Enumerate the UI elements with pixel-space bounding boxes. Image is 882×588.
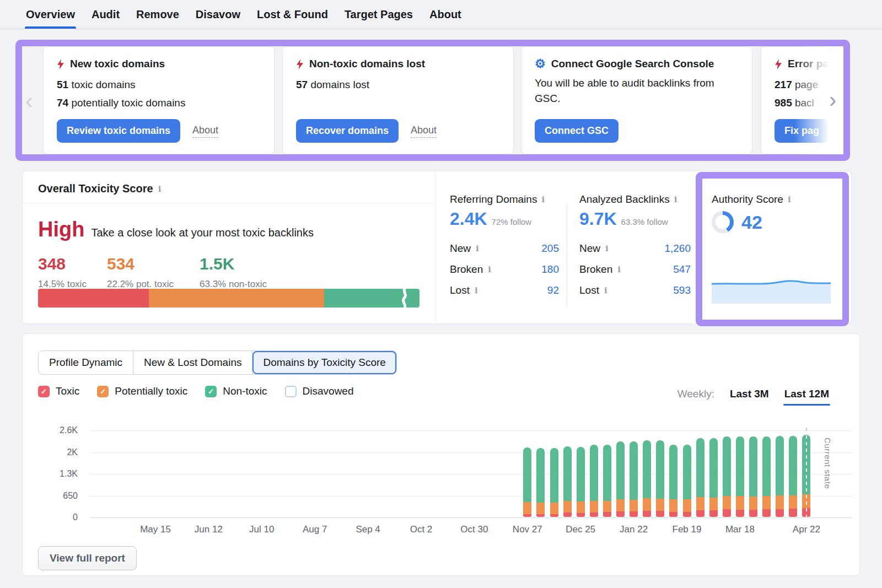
info-icon[interactable]: i [604,285,607,295]
stat-value-link[interactable]: 92 [547,284,559,296]
chart-bar[interactable] [723,436,731,517]
stat-value-link[interactable]: 547 [673,263,691,276]
card-title: Non-toxic domains lost [309,58,425,70]
card-title: New toxic domains [70,58,165,70]
x-axis-label: Aug 7 [303,524,327,535]
chart-bar[interactable] [643,440,651,517]
stat-value-link[interactable]: 205 [541,242,559,255]
info-icon[interactable]: i [541,195,545,204]
x-axis-label: Jan 22 [620,524,648,535]
authority-score-donut [712,211,734,233]
chart-bar[interactable] [776,436,784,517]
stat-value-link[interactable]: 180 [541,263,559,276]
stat-value-link[interactable]: 593 [673,284,691,296]
view-full-report-button[interactable]: View full report [38,546,137,570]
period-last-12m[interactable]: Last 12M [784,388,829,400]
tab-about[interactable]: About [424,0,467,29]
chart-bar[interactable] [523,447,531,517]
tab-target-pages[interactable]: Target Pages [339,0,418,29]
tab-overview[interactable]: Overview [20,0,80,29]
potentially-toxic-segment [149,289,324,308]
tab-lost-and-found[interactable]: Lost & Found [251,0,334,29]
x-axis-label: Apr 22 [793,524,820,535]
x-axis-label: Jul 10 [249,524,274,535]
authority-score-sparkline [712,277,831,304]
chart-legend: ✓Toxic ✓Potentially toxic ✓Non-toxic Dis… [38,385,354,397]
chart-bar[interactable] [683,445,691,517]
info-icon[interactable]: i [605,244,609,253]
legend-toxic[interactable]: ✓Toxic [38,385,79,397]
chart-bar[interactable] [577,447,585,517]
chart-bar[interactable] [749,436,757,517]
info-icon[interactable]: i [674,195,677,204]
period-selector: Weekly: Last 3M Last 12M [677,388,829,400]
chart-bar[interactable] [563,446,572,517]
current-state-annotation: Current state [823,438,832,489]
stat-row-lost: Losti92 [450,280,559,301]
overall-toxicity-section: Overall Toxicity Score i High Take a clo… [23,171,436,323]
chart-bar[interactable] [709,438,718,517]
lightning-bolt-icon [296,59,304,69]
section-title: Overall Toxicity Score [38,182,153,195]
x-axis-label: Oct 30 [460,524,488,535]
chart-bar[interactable] [696,438,704,517]
x-axis-label: Sep 4 [356,524,380,535]
card-connect-gsc: ⚙ Connect Google Search Console You will… [521,46,752,154]
stat-value-link[interactable]: 1,260 [664,242,691,255]
lightning-bolt-icon [775,59,782,69]
about-link[interactable]: About [192,125,218,138]
stat-row-new: Newi1,260 [579,238,691,259]
checkbox-unchecked-icon[interactable] [285,386,297,397]
chart-bar[interactable] [603,445,611,517]
tab-disavow[interactable]: Disavow [190,0,246,29]
chart-bar[interactable] [762,436,771,517]
info-icon[interactable]: i [488,265,491,274]
chart-bar[interactable] [550,448,558,517]
toxic-segment [38,289,149,308]
gear-icon: ⚙ [535,58,546,70]
x-axis-label: Mar 18 [725,524,755,535]
checkbox-checked-icon[interactable]: ✓ [97,386,109,397]
chevron-right-icon[interactable]: › [829,91,836,108]
y-axis-label: 2K [34,447,78,457]
chart-bar[interactable] [590,445,598,517]
card-nontoxic-domains-lost: Non-toxic domains lost 57 domains lost R… [282,46,514,154]
toxicity-level: High [38,218,84,241]
x-axis-label: May 15 [140,524,171,535]
authority-score-value: 42 [741,212,762,233]
about-link[interactable]: About [411,125,437,138]
tab-remove[interactable]: Remove [131,0,185,29]
connect-gsc-button[interactable]: Connect GSC [535,119,619,143]
x-axis-label: Feb 19 [673,524,702,535]
info-icon[interactable]: i [788,195,791,204]
tab-new-lost-domains[interactable]: New & Lost Domains [133,351,252,374]
info-icon[interactable]: i [476,244,479,253]
info-icon[interactable]: i [475,285,478,295]
info-icon[interactable]: i [617,265,621,274]
recover-domains-button[interactable]: Recover domains [296,119,399,143]
chart-bar[interactable] [630,441,638,517]
period-last-3m[interactable]: Last 3M [730,388,769,400]
review-toxic-domains-button[interactable]: Review toxic domains [57,119,180,143]
x-axis-label: Jun 12 [195,524,223,535]
chart-view-tabs: Profile Dynamic New & Lost Domains Domai… [38,350,397,375]
non-toxic-stat: 1.5K 63.3% non-toxic [200,255,310,290]
chart-bar[interactable] [616,441,625,517]
chart-bar[interactable] [536,448,545,517]
tab-profile-dynamic[interactable]: Profile Dynamic [39,351,133,374]
checkbox-checked-icon[interactable]: ✓ [205,386,217,397]
checkbox-checked-icon[interactable]: ✓ [38,386,50,397]
chevron-left-icon[interactable]: ‹ [25,93,33,109]
info-icon[interactable]: i [158,184,162,194]
tab-audit[interactable]: Audit [86,0,125,29]
tab-domains-by-toxicity-score[interactable]: Domains by Toxicity Score [252,351,396,374]
chart-bar[interactable] [656,440,664,517]
legend-disavowed[interactable]: Disavowed [285,385,354,397]
chart-bar[interactable] [736,436,744,517]
legend-non-toxic[interactable]: ✓Non-toxic [205,385,267,397]
chart-bar[interactable] [789,436,797,517]
card-new-toxic-domains: New toxic domains 51 toxic domains 74 po… [43,46,275,154]
stat-row-broken: Brokeni547 [579,259,691,280]
chart-bar[interactable] [669,445,677,517]
legend-potentially-toxic[interactable]: ✓Potentially toxic [97,385,187,397]
